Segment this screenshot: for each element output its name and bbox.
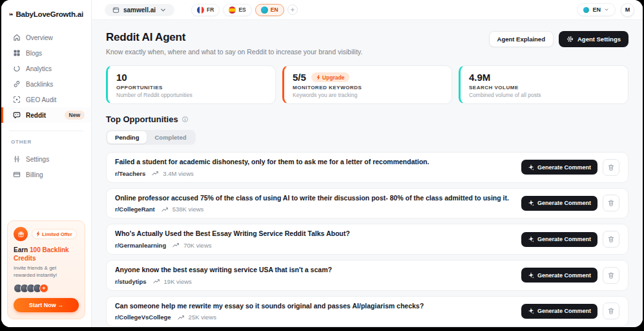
app-window: BabyLoveGrowth.ai Overview Blogs Analyti… xyxy=(1,0,643,327)
stat-description: Keywords you are tracking xyxy=(293,92,443,98)
user-avatar[interactable]: M xyxy=(621,3,634,17)
subreddit-link[interactable]: r/Teachers xyxy=(115,170,145,177)
generate-comment-button[interactable]: Generate Comment xyxy=(521,232,597,247)
delete-button[interactable] xyxy=(603,195,619,211)
subreddit-link[interactable]: r/Germanlearning xyxy=(115,242,166,249)
add-language-button[interactable] xyxy=(287,5,298,15)
trending-up-icon xyxy=(178,315,185,320)
sparkle-icon xyxy=(528,272,534,279)
upgrade-badge[interactable]: Upgrade xyxy=(311,72,349,82)
stat-card-opportunities: 10 OPPORTUNITIES Number of Reddit opport… xyxy=(106,65,276,104)
sidebar-item-label: Analytics xyxy=(26,65,52,72)
generate-comment-button[interactable]: Generate Comment xyxy=(521,196,597,211)
home-icon xyxy=(13,34,21,41)
site-selector[interactable]: samwell.ai xyxy=(105,4,174,16)
post-title: Online professor accused 75% of the clas… xyxy=(115,194,514,203)
opportunity-list: Failed a student for academic dishonesty… xyxy=(106,152,628,327)
locale-selector[interactable]: EN xyxy=(577,3,616,16)
grid-icon xyxy=(13,49,21,57)
sidebar-item-label: Billing xyxy=(26,171,43,178)
subreddit-link[interactable]: r/CollegeVsCollege xyxy=(115,314,171,321)
globe-icon xyxy=(583,7,589,13)
sidebar-item-backlinks[interactable]: Backlinks xyxy=(1,76,91,92)
promo-description: Invite friends & get rewarded instantly! xyxy=(14,265,79,279)
info-icon[interactable] xyxy=(182,116,189,123)
sparkle-icon xyxy=(528,200,534,206)
opportunity-row: Can someone help me rewrite my essay so … xyxy=(106,296,628,327)
generate-comment-button[interactable]: Generate Comment xyxy=(521,268,597,283)
opportunity-row: Anyone know the best essay writing servi… xyxy=(106,260,628,291)
referral-avatars: + xyxy=(14,284,79,293)
delete-button[interactable] xyxy=(603,267,619,284)
sidebar-item-settings[interactable]: Settings xyxy=(1,151,91,167)
tab-completed[interactable]: Completed xyxy=(147,131,194,144)
lang-en[interactable]: EN xyxy=(255,4,284,16)
stat-value: 5/5 xyxy=(293,72,306,83)
chevron-down-icon xyxy=(604,7,609,12)
agent-explained-button[interactable]: Agent Explained xyxy=(489,31,554,47)
delete-button[interactable] xyxy=(603,231,619,248)
post-title: Failed a student for academic dishonesty… xyxy=(115,158,514,167)
sidebar-item-label: Settings xyxy=(26,156,49,163)
analytics-icon xyxy=(13,65,21,72)
sidebar: BabyLoveGrowth.ai Overview Blogs Analyti… xyxy=(1,0,92,327)
delete-button[interactable] xyxy=(603,303,619,319)
trending-up-icon xyxy=(152,171,159,176)
chevron-down-icon xyxy=(160,6,167,14)
post-meta: r/CollegeVsCollege 25K views xyxy=(115,314,514,321)
sidebar-item-overview[interactable]: Overview xyxy=(1,30,91,45)
brand-logo[interactable]: BabyLoveGrowth.ai xyxy=(1,0,91,27)
stat-card-search-volume: 4.9M SEARCH VOLUME Combined volume of al… xyxy=(459,65,628,104)
trending-up-icon xyxy=(172,242,180,248)
brand-logo-icon xyxy=(9,10,13,18)
agent-settings-button[interactable]: Agent Settings xyxy=(559,31,628,47)
language-switcher: FR ES EN xyxy=(191,4,298,16)
spain-flag-icon xyxy=(229,6,236,14)
trending-up-icon xyxy=(161,207,169,212)
stat-label: SEARCH VOLUME xyxy=(469,85,619,91)
sidebar-item-blogs[interactable]: Blogs xyxy=(1,45,91,61)
view-count: 538K views xyxy=(172,206,204,213)
trash-icon xyxy=(607,235,615,243)
france-flag-icon xyxy=(197,6,204,14)
sparkle-icon xyxy=(528,164,534,171)
view-count: 25K views xyxy=(189,314,216,321)
trash-icon xyxy=(607,199,615,207)
stat-description: Number of Reddit opportunities xyxy=(116,92,267,98)
chat-icon xyxy=(13,111,21,119)
start-now-button[interactable]: Start Now → xyxy=(14,298,79,312)
stat-value: 10 xyxy=(116,72,127,83)
sidebar-item-billing[interactable]: Billing xyxy=(1,167,91,182)
tab-pending[interactable]: Pending xyxy=(107,131,147,144)
stat-card-monitored-keywords: 5/5 Upgrade MONITORED KEYWORDS Keywords … xyxy=(282,65,452,104)
bolt-icon xyxy=(317,75,320,80)
delete-button[interactable] xyxy=(603,159,619,176)
sidebar-section-label: OTHER xyxy=(1,136,91,149)
subreddit-link[interactable]: r/CollegeRant xyxy=(115,206,155,213)
lang-fr[interactable]: FR xyxy=(191,4,220,16)
browser-icon xyxy=(112,6,119,14)
main-content: Reddit AI Agent Know exactly when, where… xyxy=(92,20,643,327)
generate-comment-button[interactable]: Generate Comment xyxy=(521,304,597,319)
sidebar-item-geo-audit[interactable]: GEO Audit xyxy=(1,92,91,107)
trash-icon xyxy=(607,307,615,315)
sidebar-item-label: Backlinks xyxy=(26,81,53,88)
sidebar-item-label: Reddit xyxy=(26,112,46,119)
subreddit-link[interactable]: r/studytips xyxy=(115,278,147,285)
opportunity-row: Online professor accused 75% of the clas… xyxy=(106,188,628,219)
stat-value: 4.9M xyxy=(469,72,490,83)
post-meta: r/CollegeRant 538K views xyxy=(115,206,514,213)
generate-comment-button[interactable]: Generate Comment xyxy=(521,160,597,175)
post-meta: r/Teachers 3.4M views xyxy=(115,170,514,177)
post-title: Anyone know the best essay writing servi… xyxy=(115,266,514,275)
page-subtitle: Know exactly when, where and what to say… xyxy=(106,48,362,56)
sidebar-item-reddit[interactable]: Reddit New xyxy=(1,107,91,123)
lang-es[interactable]: ES xyxy=(223,4,251,16)
new-badge: New xyxy=(65,111,85,120)
trending-up-icon xyxy=(153,279,160,284)
gear-icon xyxy=(566,36,574,43)
post-title: Who's Actually Used the Best Essay Writi… xyxy=(115,230,514,239)
opportunity-row: Who's Actually Used the Best Essay Writi… xyxy=(106,224,628,255)
sliders-icon xyxy=(13,155,21,163)
sidebar-item-analytics[interactable]: Analytics xyxy=(1,61,91,76)
